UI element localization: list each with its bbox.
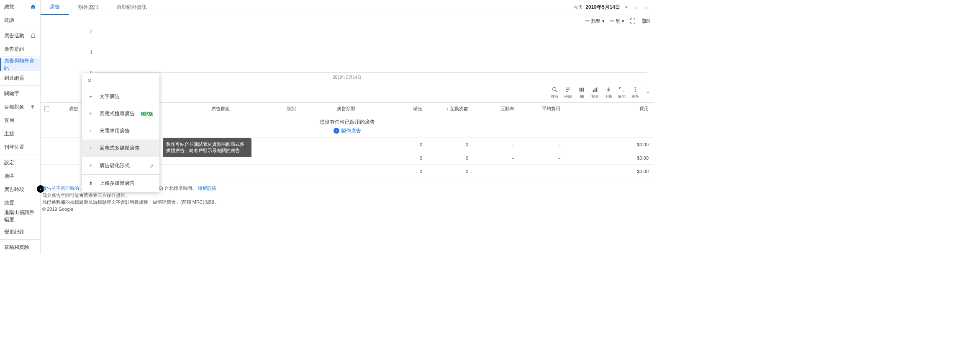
sidebar-label: 總覽 — [4, 3, 14, 10]
tab-auto-ext[interactable]: 自動額外資訊 — [108, 0, 156, 15]
date-next-button[interactable]: › — [643, 4, 650, 11]
sidebar-item-recommend[interactable]: 建議 — [0, 13, 40, 27]
menu-label: 文字廣告 — [100, 93, 120, 100]
th-status[interactable]: 狀態 — [283, 103, 334, 115]
chevron-down-icon: ▾ — [602, 18, 605, 24]
svg-rect-7 — [593, 90, 594, 92]
sidebar-item-demo[interactable]: 客層 — [0, 114, 40, 127]
tab-ads[interactable]: 廣告 — [41, 0, 69, 15]
sidebar-item-bidadj[interactable]: 進階出價調整幅度 — [0, 210, 40, 223]
footer-link-realtime[interactable]: 報告並不是即時的。 — [42, 186, 84, 191]
sort-down-icon: ↓ — [447, 107, 449, 111]
tool-columns[interactable]: 欄 — [575, 85, 588, 99]
cell-rate: – — [472, 151, 518, 164]
pin-icon — [30, 104, 36, 110]
cell-imp: 0 — [384, 151, 426, 164]
sidebar-item-topics[interactable]: 主題 — [0, 127, 40, 140]
cell-imp: 0 — [384, 165, 426, 178]
y-tick: 2 — [90, 29, 92, 34]
th-clicks[interactable]: ↓互動次數 — [426, 103, 472, 115]
tool-expand[interactable]: 展開 — [615, 85, 629, 99]
columns-icon — [578, 86, 585, 93]
tool-more[interactable]: 更多 — [629, 85, 642, 99]
legend-label: 點擊 — [591, 18, 600, 24]
menu-item-call-ad[interactable]: ＋來電專用廣告 — [82, 122, 159, 140]
menu-item-upload[interactable]: ⬆上傳多媒體廣告 — [82, 175, 159, 192]
date-prev-button[interactable]: ‹ — [633, 4, 640, 11]
date-dropdown-icon[interactable]: ▾ — [623, 4, 630, 11]
swatch-icon — [585, 21, 590, 21]
th-checkbox[interactable] — [41, 103, 53, 115]
tool-download[interactable]: 下載 — [602, 85, 615, 99]
cell-cost: $0.00 — [564, 165, 654, 178]
expand-icon — [618, 86, 625, 93]
ad-type-menu: ✕ ＋文字廣告 ＋回應式搜尋廣告測試版 ＋來電專用廣告 ＋回應式多媒體廣告 ＋廣… — [82, 73, 159, 192]
create-ad-link[interactable]: + 製作廣告 — [334, 127, 361, 134]
empty-message: 您沒有任何已啟用的廣告 — [320, 119, 375, 126]
th-rate[interactable]: 互動率 — [472, 103, 518, 115]
cell-clicks: 0 — [426, 165, 472, 178]
svg-rect-8 — [595, 88, 596, 92]
cell-imp: 0 — [384, 138, 426, 151]
tool-report[interactable]: 報表 — [588, 85, 602, 99]
svg-point-12 — [635, 91, 636, 92]
sidebar-label: 設定 — [4, 159, 14, 166]
sidebar-label: 到達網頁 — [4, 75, 24, 82]
plus-icon: ＋ — [88, 110, 94, 117]
menu-label: 廣告變化形式 — [100, 162, 130, 169]
tab-extensions[interactable]: 額外資訊 — [69, 0, 108, 15]
svg-point-11 — [635, 89, 636, 91]
th-impressions[interactable]: 曝光 — [384, 103, 426, 115]
legend-none[interactable]: 無▾ — [610, 18, 624, 24]
sidebar-item-landing[interactable]: 到達網頁 — [0, 71, 40, 85]
panel-expand-button[interactable]: ^ — [642, 85, 654, 102]
tool-label: 展開 — [618, 94, 626, 99]
menu-item-variations[interactable]: ＋廣告變化形式↗ — [82, 157, 159, 174]
th-label: 廣告類型 — [337, 106, 355, 112]
tool-label: 搜尋 — [551, 94, 559, 99]
th-cost[interactable]: 費用 — [564, 103, 654, 115]
menu-item-text-ad[interactable]: ＋文字廣告 — [82, 88, 159, 105]
th-group[interactable]: 廣告群組 — [208, 103, 283, 115]
sidebar-item-schedule[interactable]: 廣告時段 — [0, 183, 40, 196]
sidebar-label: 裝置 — [4, 199, 14, 207]
sidebar-item-audiences[interactable]: 目標對象 — [0, 100, 40, 114]
legend-clicks[interactable]: 點擊▾ — [585, 18, 605, 24]
sidebar-item-overview[interactable]: 總覽 — [0, 0, 40, 13]
close-button[interactable]: ✕ — [82, 73, 159, 88]
tool-segment[interactable]: 區隔 — [562, 85, 575, 99]
sidebar-label: 刊登位置 — [4, 144, 24, 151]
tool-label: 報表 — [591, 94, 599, 99]
svg-rect-9 — [596, 88, 598, 92]
menu-label: 回應式多媒體廣告 — [100, 145, 140, 152]
sidebar-item-settings[interactable]: 設定 — [0, 156, 40, 169]
sidebar-label: 目標對象 — [4, 103, 24, 111]
menu-item-rda[interactable]: ＋回應式多媒體廣告 — [82, 140, 159, 157]
segment-icon — [565, 86, 572, 93]
sidebar-item-campaigns[interactable]: 廣告活動 — [0, 29, 40, 42]
tool-search[interactable]: 搜尋 — [548, 85, 562, 99]
date-picker[interactable]: 今天 2019年5月14日 ▾ ‹ › — [574, 4, 654, 11]
th-label: 平均費用 — [542, 106, 560, 112]
sidebar-item-devices[interactable]: 裝置 — [0, 196, 40, 210]
sidebar-item-placements[interactable]: 刊登位置 — [0, 140, 40, 154]
sidebar-item-locations[interactable]: 地區 — [0, 169, 40, 183]
sidebar-item-changes[interactable]: 變更記錄 — [0, 225, 40, 238]
footer-link-learn[interactable]: 瞭解詳情 — [198, 186, 216, 191]
y-tick: 1 — [90, 49, 92, 54]
sidebar-item-adgroups[interactable]: 廣告群組 — [0, 42, 40, 56]
report-icon — [592, 86, 598, 93]
th-type[interactable]: 廣告類型 — [334, 103, 384, 115]
fullscreen-icon[interactable] — [629, 18, 636, 24]
footer-copyright: © 2019 Google — [42, 206, 652, 213]
tooltip: 製作可結合並測試素材資源的回應式多媒體廣告，向客戶顯示最相關的廣告 — [163, 138, 251, 157]
menu-item-rsa[interactable]: ＋回應式搜尋廣告測試版 — [82, 105, 159, 122]
sidebar-item-drafts[interactable]: 草稿和實驗 — [0, 241, 40, 254]
th-avg-cost[interactable]: 平均費用 — [518, 103, 564, 115]
sidebar-item-ads-ext[interactable]: 廣告與額外資訊 — [0, 58, 40, 71]
cell-avg: – — [518, 165, 564, 178]
sidebar-item-keywords[interactable]: 關鍵字 — [0, 87, 40, 100]
tab-label: 額外資訊 — [78, 4, 98, 11]
sidebar-label: 關鍵字 — [4, 90, 19, 97]
sidebar-label: 客層 — [4, 117, 14, 124]
